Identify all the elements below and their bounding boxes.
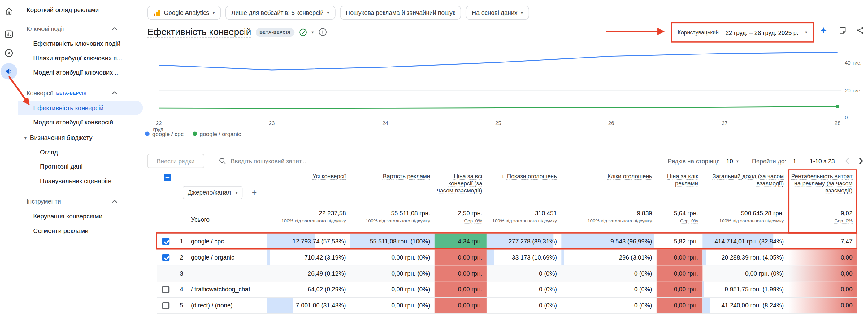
sidebar-item-conversion-management[interactable]: Керування конверсіями bbox=[18, 209, 143, 223]
row-index: 2 bbox=[174, 250, 188, 265]
metric-cell: 9 951,75 грн. (1,99%) bbox=[703, 282, 788, 297]
metric-cell: 0,00 bbox=[788, 297, 857, 313]
column-header-4[interactable]: ↓ Покази оголошень bbox=[487, 170, 561, 206]
metric-cell: 0,00 грн. bbox=[657, 265, 703, 281]
x-axis-tick-label: 28 bbox=[825, 120, 850, 126]
reports-icon[interactable] bbox=[0, 25, 18, 43]
column-header-8[interactable]: Рентабельність витрат на рекламу (за час… bbox=[788, 170, 857, 206]
column-header-6[interactable]: Ціна за клік реклами bbox=[657, 170, 703, 206]
chevron-down-icon: ▾ bbox=[737, 158, 739, 163]
metric-cell: 0,00 грн. bbox=[435, 297, 487, 313]
sidebar-item-scenario-planner[interactable]: Планувальник сценаріїв bbox=[18, 174, 143, 188]
table-toolbar: Внести рядки Рядків на сторінці: 10 ▾ Пе… bbox=[147, 153, 864, 169]
metric-cell: 7,47 bbox=[788, 233, 857, 249]
section-title: Конверсії bbox=[27, 90, 53, 96]
column-header-3[interactable]: Ціна за всі конверсії (за часом взаємоді… bbox=[435, 170, 487, 206]
select-all-checkbox[interactable] bbox=[164, 174, 171, 181]
edit-rows-button[interactable]: Внести рядки bbox=[147, 154, 204, 168]
sidebar-section-tools[interactable]: Інструменти bbox=[18, 194, 143, 209]
legend-item[interactable]: google / organic bbox=[192, 131, 241, 137]
table-row-1[interactable]: 1google / cpc12 793,74 (57,53%)55 511,08… bbox=[157, 233, 857, 250]
cell-bar bbox=[703, 282, 704, 297]
sidebar-item-key-events-performance[interactable]: Ефективність ключових подій bbox=[18, 36, 143, 51]
checkbox-cell bbox=[157, 265, 174, 281]
sidebar-section-key-events[interactable]: Ключові події bbox=[18, 21, 143, 36]
table-row-2[interactable]: 2google / organic710,42 (3,19%)0,00 грн.… bbox=[157, 250, 857, 266]
home-icon[interactable] bbox=[0, 2, 18, 20]
chevron-up-icon bbox=[112, 91, 117, 95]
ga-advertising-conversions-page: Короткий огляд реклами Ключові події Ефе… bbox=[0, 0, 868, 318]
goto-label: Перейти до: bbox=[752, 158, 786, 164]
metric-cell: 0,00 грн. bbox=[435, 265, 487, 281]
metric-cell: 0 (0%) bbox=[561, 282, 657, 297]
sidebar-item-label: Визначення бюджету bbox=[30, 134, 93, 141]
column-label: Вартість реклами bbox=[383, 172, 430, 179]
sidebar-item-ad-segments[interactable]: Сегменти реклами bbox=[18, 223, 143, 237]
table-row-4[interactable]: 4/ trafficwatchdog_chat64,02 (0,29%)0,00… bbox=[157, 282, 857, 297]
y-axis-tick-label: 40 тис. bbox=[845, 60, 862, 66]
sidebar: Короткий огляд реклами Ключові події Ефе… bbox=[18, 0, 143, 318]
rows-per-page-value: 10 bbox=[726, 158, 733, 164]
row-checkbox[interactable] bbox=[162, 237, 169, 245]
metric-cell: 20 288,39 грн. (4,05%) bbox=[703, 250, 788, 265]
row-checkbox[interactable] bbox=[162, 302, 169, 309]
sidebar-item-conversion-performance[interactable]: Ефективність конверсій bbox=[18, 100, 143, 115]
sidebar-item-key-events-attribution-models[interactable]: Моделі атрибуції ключових ... bbox=[18, 65, 143, 80]
next-page-button[interactable] bbox=[859, 158, 863, 164]
goto-input[interactable]: 1 bbox=[793, 158, 797, 164]
row-checkbox[interactable] bbox=[162, 254, 169, 261]
column-label: Ціна за клік реклами bbox=[667, 172, 698, 187]
sidebar-item-ads-overview[interactable]: Короткий огляд реклами bbox=[18, 2, 143, 18]
table-row-3[interactable]: 326,49 (0,12%)0,00 грн. (0%)0,00 грн.0 (… bbox=[157, 265, 857, 282]
totals-cell: 55 511,08 грн.100% від загального підсум… bbox=[350, 206, 435, 233]
metric-cell: 414 714,01 грн. (82,84%) bbox=[703, 233, 788, 249]
checkbox-cell bbox=[157, 297, 174, 313]
metric-cell: 0,00 грн. bbox=[657, 282, 703, 297]
sidebar-item-forecasts[interactable]: Прогнозні дані bbox=[18, 159, 143, 173]
metric-cell: 0,00 грн. bbox=[657, 297, 703, 313]
row-index: 4 bbox=[174, 282, 188, 297]
column-header-2[interactable]: Вартість реклами bbox=[350, 170, 435, 206]
metric-cell: 12 793,74 (57,53%) bbox=[268, 233, 350, 249]
table-body: 1google / cpc12 793,74 (57,53%)55 511,08… bbox=[157, 233, 857, 314]
row-checkbox[interactable] bbox=[162, 286, 169, 293]
totals-cell: 9,02Сер. 0% bbox=[788, 206, 857, 233]
advertising-icon[interactable] bbox=[1, 63, 17, 80]
section-title: Інструменти bbox=[27, 198, 61, 204]
sidebar-section-conversions[interactable]: Конверсії БЕТА-ВЕРСІЯ bbox=[18, 85, 143, 100]
rows-per-page-select[interactable]: 10 ▾ bbox=[726, 158, 739, 164]
sidebar-item-key-events-attribution-paths[interactable]: Шляхи атрибуції ключових п... bbox=[18, 51, 143, 65]
explore-icon[interactable] bbox=[0, 44, 18, 62]
totals-label: Усього bbox=[157, 206, 268, 233]
sidebar-item-budget-overview[interactable]: Огляд bbox=[18, 145, 143, 159]
cell-bar bbox=[268, 250, 270, 265]
metric-cell: 7 001,00 (31,48%) bbox=[268, 297, 350, 313]
sidebar-item-budgeting[interactable]: ▾ Визначення бюджету bbox=[18, 131, 143, 145]
column-header-7[interactable]: Загальний дохід (за часом взаємодії) bbox=[703, 170, 788, 206]
cell-bar bbox=[268, 297, 293, 313]
chevron-up-icon bbox=[112, 27, 117, 31]
column-header-1[interactable]: Усі конверсії bbox=[268, 170, 350, 206]
dimension-select[interactable]: Джерело/канал ▾ bbox=[183, 186, 243, 199]
totals-cell: 2,50 грн.Сер. 0% bbox=[435, 206, 487, 233]
dimension-label: Джерело/канал bbox=[188, 189, 231, 196]
prev-page-button[interactable] bbox=[845, 158, 849, 164]
metric-cell: 0,00 bbox=[788, 265, 857, 281]
table-row-5[interactable]: 5(direct) / (none)7 001,00 (31,48%)0,00 … bbox=[157, 297, 857, 314]
checkbox-cell bbox=[157, 250, 174, 265]
add-dimension-button[interactable]: + bbox=[252, 187, 257, 197]
x-axis-tick-label: 24 bbox=[373, 120, 398, 126]
x-axis-tick-label: 23 bbox=[260, 120, 284, 126]
series-end-marker bbox=[836, 105, 839, 108]
search-input[interactable] bbox=[230, 158, 386, 164]
sidebar-item-conversion-attribution-models[interactable]: Моделі атрибуції конверсій bbox=[18, 115, 143, 129]
legend-label: google / organic bbox=[200, 131, 241, 137]
column-label: Рентабельність витрат на рекламу (за час… bbox=[791, 172, 852, 194]
metric-cell: 0 (0%) bbox=[487, 265, 561, 281]
totals-cell: 500 645,28 грн.100% від загального підсу… bbox=[703, 206, 788, 233]
x-axis-tick-label: 25 bbox=[486, 120, 510, 126]
conversions-chart: google / cpcgoogle / organic 40 тис.20 т… bbox=[143, 0, 868, 144]
column-header-5[interactable]: Кліки оголошень bbox=[561, 170, 657, 206]
nav-rail bbox=[0, 0, 18, 318]
metric-cell: 0 (0%) bbox=[561, 265, 657, 281]
